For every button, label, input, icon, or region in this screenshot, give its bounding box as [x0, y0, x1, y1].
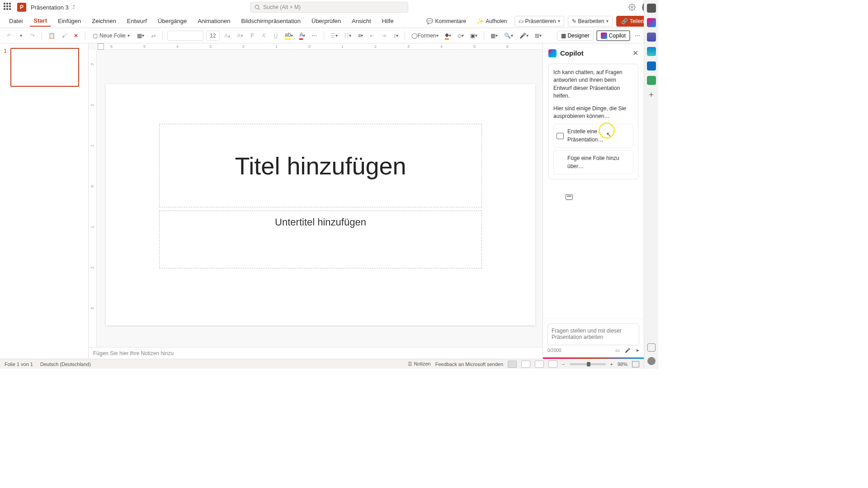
designer-button[interactable]: ▦ Designer [557, 31, 594, 41]
font-more-button[interactable]: ⋯ [310, 30, 319, 42]
zoom-out-button[interactable]: − [562, 361, 565, 367]
rail-settings-icon[interactable] [647, 357, 656, 365]
copilot-suggestion-add-slide[interactable]: Füge eine Folie hinzu über… [553, 150, 633, 174]
view-normal-button[interactable] [508, 361, 517, 368]
undo-dropdown[interactable]: ▾ [16, 30, 25, 42]
bold-button[interactable]: F [248, 30, 257, 42]
highlight-color-button[interactable]: ab▾ [283, 30, 295, 42]
presentation-icon [557, 133, 564, 139]
line-spacing-button[interactable]: ↕▾ [391, 30, 400, 42]
settings-gear-icon[interactable] [628, 4, 636, 11]
rail-copilot-icon[interactable] [647, 18, 656, 27]
shape-fill-button[interactable]: ◆▾ [443, 30, 453, 42]
status-feedback[interactable]: Feedback an Microsoft senden [435, 361, 503, 367]
bullets-button[interactable]: ☰▾ [329, 30, 340, 42]
slide-canvas-area[interactable]: Titel hinzufügen Untertitel hinzufügen [97, 50, 542, 347]
align-button[interactable]: ≡▾ [356, 30, 365, 42]
font-color-button[interactable]: A▾ [297, 30, 307, 42]
zoom-slider[interactable] [570, 363, 606, 365]
status-bar: Folie 1 von 1 Deutsch (Deutschland) ☰ No… [0, 359, 644, 369]
bearbeiten-button[interactable]: ✎ Bearbeiten ▾ [568, 16, 613, 27]
copilot-logo-icon [548, 49, 557, 57]
copilot-mic-icon[interactable]: 🎤 [625, 348, 630, 353]
tab-entwurf[interactable]: Entwurf [123, 16, 151, 26]
notes-bar[interactable]: Fügen Sie hier Ihre Notizen hinzu [89, 347, 542, 359]
status-slide-count[interactable]: Folie 1 von 1 [5, 361, 33, 367]
italic-button[interactable]: K [259, 30, 269, 42]
paste-button[interactable]: 📋 [47, 30, 57, 42]
copilot-toolbar-button[interactable]: Copilot [596, 30, 630, 41]
title-placeholder[interactable]: Titel hinzufügen [159, 124, 482, 207]
aufholen-button[interactable]: ✨ Aufholen [473, 16, 510, 26]
tab-ueberpruefen[interactable]: Überprüfen [308, 16, 344, 26]
copilot-close-button[interactable]: ✕ [632, 49, 638, 57]
copilot-input[interactable]: Fragen stellen und mit dieser Präsentati… [547, 324, 639, 345]
status-notizen[interactable]: ☰ Notizen [408, 361, 430, 367]
kommentare-button[interactable]: 💬 Kommentare [423, 16, 470, 26]
tab-uebergaenge[interactable]: Übergänge [154, 16, 190, 26]
arrange-button[interactable]: ▣▾ [468, 30, 479, 42]
copilot-send-icon[interactable]: ➤ [636, 348, 639, 353]
rail-search-icon[interactable] [647, 4, 656, 13]
group-button[interactable]: ▦▾ [489, 30, 500, 42]
redo-button[interactable]: ↷ [28, 30, 37, 42]
rail-teams-icon[interactable] [647, 33, 656, 42]
copilot-suggestion-create[interactable]: Erstelle eine Präsentation… ↖ [553, 124, 633, 148]
reset-button[interactable]: ▱ [149, 30, 158, 42]
svg-point-2 [631, 6, 633, 8]
view-reading-button[interactable] [535, 361, 544, 368]
shape-outline-button[interactable]: ◇▾ [456, 30, 466, 42]
save-status-icon[interactable]: ⤴ [72, 4, 75, 10]
zoom-level[interactable]: 98% [618, 361, 627, 367]
fit-to-window-button[interactable] [632, 361, 639, 367]
increase-indent-button[interactable]: ⇥ [379, 30, 388, 42]
tab-ansicht[interactable]: Ansicht [348, 16, 375, 26]
view-sorter-button[interactable] [521, 361, 530, 368]
tab-hilfe[interactable]: Hilfe [378, 16, 397, 26]
dictate-button[interactable]: 🎤▾ [518, 30, 530, 42]
slide-thumbnail[interactable] [10, 48, 79, 87]
font-size-input[interactable] [206, 31, 220, 41]
numbering-button[interactable]: ☷▾ [342, 30, 353, 42]
grow-font-button[interactable]: A▴ [222, 30, 232, 42]
status-language[interactable]: Deutsch (Deutschland) [40, 361, 91, 367]
decrease-indent-button[interactable]: ⇤ [368, 30, 377, 42]
copilot-attach-icon[interactable]: ▭ [615, 348, 619, 353]
ribbon-more-button[interactable]: ⋯ [633, 30, 642, 42]
tab-bildschirm[interactable]: Bildschirmpräsentation [237, 16, 304, 26]
praesentieren-button[interactable]: ▭ Präsentieren ▾ [514, 16, 564, 27]
shrink-font-button[interactable]: A▾ [235, 30, 245, 42]
delete-button[interactable]: ✕ [71, 30, 80, 42]
undo-button[interactable]: ↶ [5, 30, 14, 42]
thumbnail-pane[interactable]: 1 [0, 43, 89, 359]
main-area: 1 6543210123456 3210123 Titel hinzufügen… [0, 43, 644, 359]
title-bar: P Präsentation 3 ⤴ Suche (Alt + M) [0, 0, 658, 14]
layout-button[interactable]: ▦▾ [135, 30, 146, 42]
layout-toggle-icon[interactable] [98, 43, 104, 50]
underline-button[interactable]: U [271, 30, 280, 42]
new-slide-button[interactable]: ▢ Neue Folie ▾ [90, 30, 132, 42]
rail-app-icon[interactable] [647, 76, 656, 85]
rail-edge-icon[interactable] [647, 47, 656, 56]
tab-animationen[interactable]: Animationen [194, 16, 234, 26]
rail-download-icon[interactable] [647, 343, 656, 352]
rail-add-icon[interactable]: + [647, 90, 656, 99]
view-slideshow-button[interactable] [548, 361, 557, 368]
vertical-ruler: 3210123 [89, 50, 97, 347]
search-box[interactable]: Suche (Alt + M) [250, 2, 408, 13]
tab-datei[interactable]: Datei [5, 16, 26, 26]
find-button[interactable]: 🔍▾ [502, 30, 515, 42]
addins-button[interactable]: ⊞▾ [533, 30, 543, 42]
zoom-in-button[interactable]: + [610, 361, 613, 367]
font-family-select[interactable] [167, 31, 203, 41]
formen-button[interactable]: ◯ Formen▾ [410, 30, 440, 42]
tab-start[interactable]: Start [30, 15, 51, 27]
tab-zeichnen[interactable]: Zeichnen [88, 16, 119, 26]
app-launcher-icon[interactable] [4, 3, 13, 12]
rail-outlook-icon[interactable] [647, 61, 656, 70]
format-painter-button[interactable]: 🖌 [60, 30, 69, 42]
tab-einfuegen[interactable]: Einfügen [54, 16, 85, 26]
document-title[interactable]: Präsentation 3 [31, 4, 69, 11]
subtitle-placeholder[interactable]: Untertitel hinzufügen [159, 211, 482, 268]
slide[interactable]: Titel hinzufügen Untertitel hinzufügen [106, 84, 535, 325]
